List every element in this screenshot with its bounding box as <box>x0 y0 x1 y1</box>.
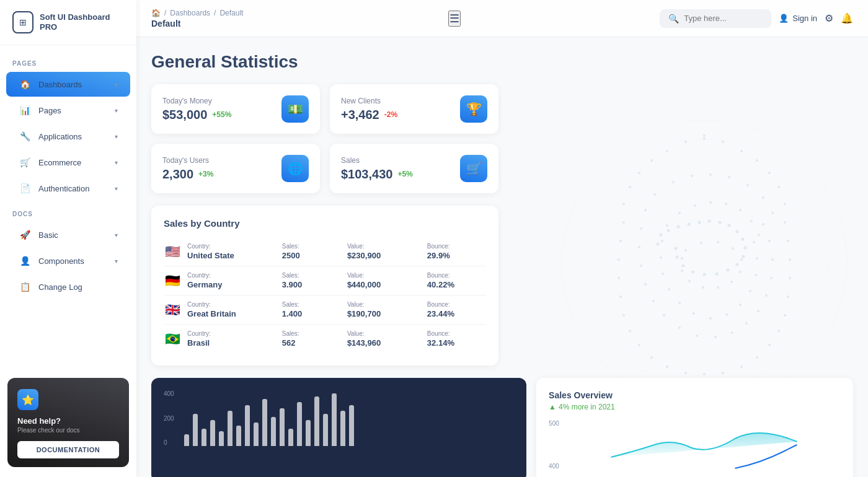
svg-point-0 <box>562 120 847 405</box>
stat-info-money: Today's Money $53,000 +55% <box>162 97 231 122</box>
stat-value-money: $53,000 +55% <box>162 108 231 122</box>
svg-point-28 <box>629 330 631 332</box>
applications-label: Applications <box>38 132 107 141</box>
svg-point-110 <box>742 255 745 258</box>
svg-point-9 <box>684 141 687 143</box>
bar-chart-bar <box>210 420 215 447</box>
sidebar-item-dashboards[interactable]: 🏠 Dashboards ▾ <box>6 72 130 97</box>
svg-point-69 <box>725 203 727 205</box>
flag-germany: 🇩🇪 <box>164 274 181 287</box>
sidebar-item-changelog[interactable]: 📋 Change Log <box>6 274 130 299</box>
svg-point-57 <box>731 331 733 334</box>
svg-point-75 <box>662 273 664 275</box>
svg-point-98 <box>657 243 660 246</box>
svg-point-90 <box>740 258 743 261</box>
authentication-icon: 📄 <box>19 182 31 195</box>
stats-grid: Today's Money $53,000 +55% 💵 New Clients… <box>151 84 498 193</box>
svg-point-10 <box>666 150 668 152</box>
bar-chart-bar <box>245 405 250 446</box>
sidebar-item-applications[interactable]: 🔧 Applications ▾ <box>6 124 130 149</box>
documentation-button[interactable]: DOCUMENTATION <box>17 441 119 458</box>
svg-point-16 <box>622 221 625 224</box>
stat-icon-users: 🌐 <box>281 155 309 182</box>
hamburger-button[interactable]: ☰ <box>448 11 461 27</box>
breadcrumb-dashboards[interactable]: Dashboards <box>170 9 210 17</box>
sign-in-button[interactable]: 👤 Sign in <box>779 14 817 23</box>
sales-col-germany: Sales: 3.900 <box>282 272 341 289</box>
stat-label-money: Today's Money <box>162 97 231 105</box>
svg-point-42 <box>709 173 712 176</box>
svg-point-33 <box>756 356 758 359</box>
svg-point-105 <box>719 221 722 224</box>
topbar-actions: 🔍 👤 Sign in ⚙ 🔔 <box>660 9 853 28</box>
svg-point-24 <box>619 295 622 298</box>
bar-chart-bar <box>202 429 206 446</box>
svg-point-78 <box>693 312 695 315</box>
svg-point-80 <box>725 313 728 316</box>
pages-chevron: ▾ <box>115 107 118 114</box>
flag-gb: 🇬🇧 <box>164 304 181 316</box>
stat-card-money: Today's Money $53,000 +55% 💵 <box>151 84 320 134</box>
sidebar-item-basic[interactable]: 🚀 Basic ▾ <box>6 222 130 247</box>
sales-col-usa: Sales: 2500 <box>282 243 341 260</box>
changelog-label: Change Log <box>38 282 118 292</box>
svg-point-93 <box>717 286 719 289</box>
breadcrumb: 🏠 / Dashboards / Default Default <box>151 9 243 28</box>
country-table: 🇺🇸 Country: United State Sales: 2500 Val… <box>164 237 486 353</box>
bar-chart-bar <box>271 417 276 446</box>
bar-chart-bar <box>262 399 267 446</box>
svg-point-99 <box>660 234 663 237</box>
svg-point-85 <box>753 241 755 243</box>
pages-section-label: PAGES <box>0 51 136 71</box>
search-box[interactable]: 🔍 <box>660 9 771 28</box>
changelog-icon: 📋 <box>19 281 31 293</box>
svg-point-35 <box>740 365 743 368</box>
sidebar-item-authentication[interactable]: 📄 Authentication ▾ <box>6 176 130 201</box>
svg-point-27 <box>784 314 786 317</box>
bar-chart-bar <box>184 434 189 446</box>
svg-point-11 <box>650 159 653 162</box>
svg-point-32 <box>650 356 653 359</box>
svg-point-36 <box>684 372 687 374</box>
value-col-brasil: Value: $143,960 <box>347 330 421 348</box>
svg-point-86 <box>684 249 687 252</box>
svg-point-25 <box>787 295 789 298</box>
sidebar-item-pages[interactable]: 📊 Pages ▾ <box>6 98 130 123</box>
svg-point-41 <box>691 175 693 177</box>
svg-point-12 <box>638 172 640 174</box>
basic-chevron: ▾ <box>115 232 118 239</box>
settings-icon[interactable]: ⚙ <box>825 12 833 24</box>
stat-label-users: Today's Users <box>162 156 213 165</box>
sidebar-item-components[interactable]: 👤 Components ▾ <box>6 248 130 273</box>
country-col-brasil: Country: Brasil <box>187 330 276 348</box>
line-chart-y-labels: 500 400 <box>549 420 559 470</box>
svg-point-14 <box>622 203 625 205</box>
search-input[interactable] <box>684 14 763 23</box>
svg-point-38 <box>703 373 706 375</box>
svg-point-83 <box>755 274 757 276</box>
svg-point-88 <box>717 241 719 243</box>
svg-point-84 <box>756 257 758 260</box>
svg-point-92 <box>730 281 733 283</box>
pages-label: Pages <box>38 106 107 115</box>
bar-chart-bar <box>332 393 337 446</box>
svg-point-72 <box>758 234 760 236</box>
svg-point-65 <box>666 224 668 227</box>
stat-card-users: Today's Users 2,300 +3% 🌐 <box>151 144 320 193</box>
svg-point-4 <box>740 150 743 152</box>
stat-card-clients: New Clients +3,462 -2% 🏆 <box>330 84 498 134</box>
svg-point-68 <box>709 201 712 204</box>
svg-point-3 <box>722 141 724 143</box>
authentication-chevron: ▾ <box>115 185 118 192</box>
stat-info-sales: Sales $103,430 +5% <box>341 156 413 182</box>
bar-chart-bar <box>297 402 302 446</box>
svg-point-118 <box>675 247 678 250</box>
bar-chart-bar <box>314 396 319 446</box>
sidebar-item-ecommerce[interactable]: 🛒 Ecommerce ▾ <box>6 150 130 175</box>
general-statistics-title: General Statistics <box>151 52 853 72</box>
notifications-icon[interactable]: 🔔 <box>841 12 853 24</box>
bar-chart <box>184 390 354 446</box>
svg-point-109 <box>744 247 747 250</box>
svg-point-19 <box>787 240 789 242</box>
sep1: / <box>164 9 166 17</box>
